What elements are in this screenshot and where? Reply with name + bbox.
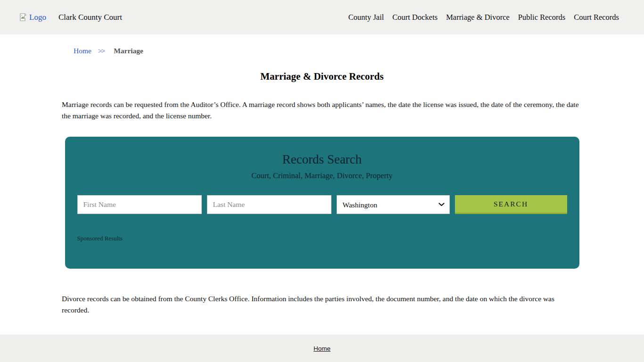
state-select[interactable]: Washington bbox=[337, 196, 449, 214]
site-title: Clark County Court bbox=[58, 13, 122, 22]
divorce-records-paragraph: Divorce records can be obtained from the… bbox=[62, 293, 582, 316]
breadcrumb-current: Marriage bbox=[114, 47, 143, 55]
broken-image-icon bbox=[19, 13, 27, 22]
breadcrumb-home-link[interactable]: Home bbox=[74, 47, 91, 55]
sponsored-results-label: Sponsored Results bbox=[77, 235, 567, 242]
footer: Home bbox=[0, 335, 644, 362]
records-search-panel: Records Search Court, Criminal, Marriage… bbox=[65, 137, 579, 269]
nav-court-records[interactable]: Court Records bbox=[574, 13, 619, 22]
logo-alt-text: Logo bbox=[29, 13, 46, 22]
search-form: Washington SEARCH bbox=[77, 195, 567, 214]
state-select-wrap: Washington bbox=[337, 195, 450, 214]
search-panel-title: Records Search bbox=[77, 152, 567, 167]
main-content: Home >> Marriage Marriage & Divorce Reco… bbox=[0, 34, 644, 335]
nav-county-jail[interactable]: County Jail bbox=[348, 13, 384, 22]
page-title: Marriage & Divorce Records bbox=[0, 71, 644, 82]
nav-public-records[interactable]: Public Records bbox=[518, 13, 565, 22]
site-logo[interactable]: Logo bbox=[19, 13, 46, 22]
breadcrumb-separator: >> bbox=[98, 47, 104, 55]
last-name-input[interactable] bbox=[207, 195, 331, 214]
marriage-records-paragraph: Marriage records can be requested from t… bbox=[62, 99, 582, 122]
header: Logo Clark County Court County Jail Cour… bbox=[0, 0, 644, 34]
search-button[interactable]: SEARCH bbox=[455, 195, 567, 214]
first-name-input[interactable] bbox=[77, 195, 202, 214]
main-nav: County Jail Court Dockets Marriage & Div… bbox=[348, 13, 619, 22]
footer-home-link[interactable]: Home bbox=[314, 345, 330, 352]
nav-marriage-divorce[interactable]: Marriage & Divorce bbox=[446, 13, 510, 22]
breadcrumb: Home >> Marriage bbox=[0, 34, 644, 55]
search-panel-subtitle: Court, Criminal, Marriage, Divorce, Prop… bbox=[77, 171, 567, 181]
nav-court-dockets[interactable]: Court Dockets bbox=[392, 13, 438, 22]
